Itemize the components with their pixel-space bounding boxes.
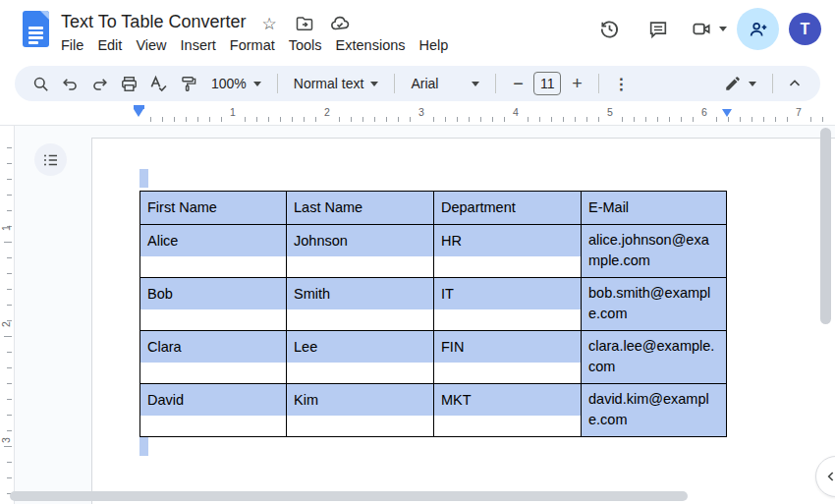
table-cell[interactable]: HR xyxy=(434,225,582,278)
horizontal-ruler[interactable]: 1234567 xyxy=(0,103,835,126)
google-docs-logo-icon[interactable] xyxy=(23,11,49,47)
show-outline-button[interactable] xyxy=(34,143,67,176)
font-select[interactable]: Arial xyxy=(403,70,487,97)
star-icon[interactable]: ☆ xyxy=(258,13,280,34)
selected-paragraph-mark-top xyxy=(139,169,148,188)
table-cell[interactable]: Alice xyxy=(140,225,287,278)
table-cell[interactable]: Kim xyxy=(287,384,434,437)
menu-insert[interactable]: Insert xyxy=(174,35,223,55)
ruler-number: 1 xyxy=(226,106,240,118)
ruler-number: 2 xyxy=(320,106,334,118)
video-call-dropdown-icon[interactable] xyxy=(719,27,727,31)
account-avatar[interactable]: T xyxy=(789,13,821,45)
table-header-row: First NameLast NameDepartmentE-Mail xyxy=(140,192,727,225)
person-add-icon xyxy=(748,19,769,40)
version-history-icon[interactable] xyxy=(589,10,629,49)
document-table[interactable]: First NameLast NameDepartmentE-MailAlice… xyxy=(139,191,727,437)
menu-tools[interactable]: Tools xyxy=(282,35,329,55)
table-header-cell[interactable]: Last Name xyxy=(287,192,434,225)
font-dropdown-icon xyxy=(472,82,479,86)
zoom-select[interactable]: 100% xyxy=(203,70,269,97)
menu-edit[interactable]: Edit xyxy=(90,35,129,55)
right-indent-marker[interactable] xyxy=(722,109,732,117)
horizontal-scrollbar-thumb[interactable] xyxy=(10,491,688,501)
hide-menus-icon[interactable] xyxy=(781,70,808,97)
paint-format-icon[interactable] xyxy=(174,70,201,97)
table-cell[interactable]: FIN xyxy=(434,331,582,384)
menu-file[interactable]: File xyxy=(54,35,90,55)
menu-help[interactable]: Help xyxy=(413,35,456,55)
table-cell[interactable]: Clara xyxy=(140,331,287,384)
increase-font-size-button[interactable]: + xyxy=(563,70,590,97)
ruler-number: 3 xyxy=(0,433,12,447)
table-row: DavidKimMKTdavid.kim@example.com xyxy=(140,384,727,437)
selected-paragraph-mark-bottom xyxy=(139,437,148,456)
font-size-input[interactable]: 11 xyxy=(533,72,561,95)
style-dropdown-icon xyxy=(370,82,378,86)
table-header-cell[interactable]: Department xyxy=(434,192,582,225)
share-button[interactable] xyxy=(737,8,779,50)
table-cell[interactable]: David xyxy=(140,384,287,437)
pencil-icon xyxy=(724,75,742,92)
editing-mode-dropdown-icon xyxy=(749,82,756,86)
table-cell[interactable]: david.kim@example.com xyxy=(582,384,727,437)
table-cell[interactable]: Bob xyxy=(140,278,287,331)
ruler-number: 2 xyxy=(0,317,12,331)
docs-logo-fold xyxy=(40,11,49,20)
table-header-cell[interactable]: E-Mail xyxy=(582,192,727,225)
app-header: Text To Table Converter ☆ FileEditViewIn… xyxy=(0,0,835,59)
vertical-scrollbar-thumb[interactable] xyxy=(820,128,831,324)
decrease-font-size-button[interactable]: − xyxy=(504,70,531,97)
table-cell[interactable]: MKT xyxy=(434,384,582,437)
table-cell[interactable]: bob.smith@example.com xyxy=(582,278,727,331)
cloud-saved-icon[interactable] xyxy=(329,13,351,34)
move-to-folder-icon[interactable] xyxy=(294,13,315,34)
comments-icon[interactable] xyxy=(639,10,678,49)
ruler-number: 4 xyxy=(509,106,523,118)
ruler-number: 1 xyxy=(0,221,12,235)
chevron-left-icon xyxy=(823,469,835,484)
toolbar: 100% Normal text Arial − 11 + ⋮ xyxy=(15,66,820,101)
video-call-control[interactable] xyxy=(688,10,727,49)
ruler-number: 7 xyxy=(792,106,806,118)
ruler-number: 3 xyxy=(415,106,428,118)
table-cell[interactable]: clara.lee@example.com xyxy=(582,331,727,384)
menu-view[interactable]: View xyxy=(129,35,173,55)
document-title[interactable]: Text To Table Converter xyxy=(61,12,246,32)
ruler-number: 6 xyxy=(697,106,711,118)
redo-icon[interactable] xyxy=(85,70,113,97)
document-page[interactable]: First NameLast NameDepartmentE-MailAlice… xyxy=(91,138,835,504)
paragraph-style-select[interactable]: Normal text xyxy=(286,70,387,97)
undo-icon[interactable] xyxy=(56,70,84,97)
table-row: BobSmithITbob.smith@example.com xyxy=(140,278,727,331)
table-row: ClaraLeeFINclara.lee@example.com xyxy=(140,331,727,384)
table-cell[interactable]: Smith xyxy=(287,278,434,331)
editing-mode-select[interactable] xyxy=(716,70,764,97)
table-cell[interactable]: Johnson xyxy=(287,225,434,278)
print-icon[interactable] xyxy=(115,70,142,97)
video-call-icon[interactable] xyxy=(688,10,715,49)
vertical-ruler[interactable]: 123 xyxy=(0,126,15,504)
table-header-cell[interactable]: First Name xyxy=(140,192,287,225)
left-indent-marker[interactable] xyxy=(134,105,144,117)
zoom-dropdown-icon xyxy=(253,82,261,86)
spell-check-icon[interactable] xyxy=(144,70,172,97)
document-canvas: 123 First NameLast NameDepartmentE-MailA… xyxy=(0,126,835,504)
menu-format[interactable]: Format xyxy=(223,35,282,55)
search-menus-icon[interactable] xyxy=(27,70,54,97)
menu-bar: FileEditViewInsertFormatToolsExtensionsH… xyxy=(54,35,455,55)
more-options-icon[interactable]: ⋮ xyxy=(607,70,635,97)
table-cell[interactable]: Lee xyxy=(287,331,434,384)
menu-extensions[interactable]: Extensions xyxy=(329,35,413,55)
table-row: AliceJohnsonHRalice.johnson@example.com xyxy=(140,225,727,278)
table-cell[interactable]: alice.johnson@example.com xyxy=(582,225,727,278)
table-cell[interactable]: IT xyxy=(434,278,582,331)
ruler-number: 5 xyxy=(603,106,617,118)
outline-list-icon xyxy=(42,151,60,169)
